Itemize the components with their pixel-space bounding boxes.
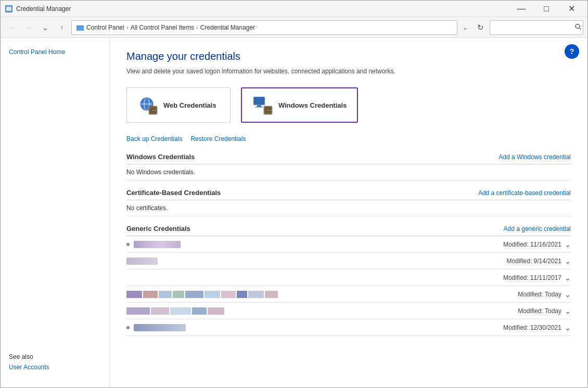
breadcrumb-sep-1: › [126, 24, 129, 31]
sidebar-item-control-panel-home[interactable]: Control Panel Home [1, 46, 109, 58]
maximize-button[interactable]: □ [534, 1, 558, 17]
sidebar: Control Panel Home See also User Account… [1, 38, 110, 387]
generic-credential-modified-5: Modified: Today [518, 307, 561, 315]
minimize-button[interactable]: — [509, 1, 533, 17]
address-dropdown-button[interactable]: ⌄ [459, 20, 471, 35]
svg-rect-1 [6, 7, 11, 11]
breadcrumb-item-3: Credential Manager [200, 24, 255, 31]
up-button[interactable]: ↑ [55, 20, 69, 35]
generic-credential-row-3[interactable]: Modified: 11/11/2017 ⌄ [126, 269, 571, 286]
generic-credential-row-3-right: Modified: 11/11/2017 ⌄ [503, 274, 571, 282]
svg-rect-4 [76, 25, 80, 27]
generic-credentials-section: Generic Credentials Add a generic creden… [126, 225, 571, 336]
chevron-down-icon-4[interactable]: ⌄ [565, 290, 571, 299]
forward-button[interactable]: → [21, 20, 36, 35]
svg-point-14 [152, 110, 154, 111]
svg-point-23 [267, 110, 269, 111]
address-bar: ← → ⌄ ↑ Control Panel › All Control Pane… [1, 17, 587, 38]
svg-line-6 [580, 28, 581, 30]
generic-credential-row-1-left [126, 241, 503, 248]
content-area: ? Manage your credentials View and delet… [110, 38, 587, 387]
generic-credential-row-5-left [126, 307, 518, 315]
recent-locations-button[interactable]: ⌄ [38, 20, 53, 35]
title-bar: Credential Manager — □ ✕ [1, 1, 587, 17]
web-credentials-button[interactable]: Web Credentials [126, 87, 231, 123]
page-subtitle: View and delete your saved logon informa… [126, 68, 571, 75]
generic-credential-row-6-right: Modified: 12/30/2021 ⌄ [503, 324, 571, 332]
generic-credential-row-1[interactable]: Modified: 11/16/2021 ⌄ [126, 236, 571, 253]
svg-point-5 [576, 24, 580, 28]
action-links: Back up Credentials Restore Credentials [126, 135, 571, 143]
certificate-credentials-header: Certificate-Based Credentials Add a cert… [126, 189, 571, 200]
credential-type-row: Web Credentials [126, 87, 571, 123]
generic-credential-modified-1: Modified: 11/16/2021 [503, 241, 561, 248]
restore-credentials-link[interactable]: Restore Credentials [190, 135, 246, 143]
backup-credentials-link[interactable]: Back up Credentials [126, 135, 182, 143]
generic-credential-row-4[interactable]: Modified: Today ⌄ [126, 286, 571, 303]
windows-credentials-section: Windows Credentials Add a Windows creden… [126, 153, 571, 180]
search-input[interactable] [490, 20, 583, 35]
generic-credential-modified-3: Modified: 11/11/2017 [503, 274, 561, 281]
generic-credential-row-2[interactable]: Modified: 9/14/2021 ⌄ [126, 253, 571, 269]
generic-credential-modified-6: Modified: 12/30/2021 [503, 324, 561, 331]
generic-credential-row-4-right: Modified: Today ⌄ [518, 290, 571, 299]
breadcrumb-sep-2: › [196, 24, 198, 31]
breadcrumb: Control Panel › All Control Panel Items … [86, 24, 453, 31]
windows-credentials-header: Windows Credentials Add a Windows creden… [126, 153, 571, 164]
sidebar-bottom: See also User Accounts [1, 353, 109, 379]
certificate-credentials-empty: No certificates. [126, 200, 571, 216]
generic-credential-row-6[interactable]: Modified: 12/30/2021 ⌄ [126, 319, 571, 336]
breadcrumb-item-2: All Control Panel Items [131, 24, 194, 31]
close-button[interactable]: ✕ [559, 1, 583, 17]
title-bar-text: Credential Manager [16, 5, 509, 12]
chevron-down-icon-3[interactable]: ⌄ [565, 274, 571, 282]
generic-credential-row-4-left [126, 291, 518, 298]
generic-credential-row-2-left [126, 257, 507, 265]
svg-rect-15 [155, 110, 156, 111]
search-icon [575, 23, 581, 30]
main-layout: Control Panel Home See also User Account… [1, 38, 587, 387]
chevron-down-icon-1[interactable]: ⌄ [565, 240, 571, 249]
folder-icon [76, 23, 84, 32]
generic-credentials-header: Generic Credentials Add a generic creden… [126, 225, 571, 236]
generic-credential-row-1-right: Modified: 11/16/2021 ⌄ [503, 240, 571, 249]
generic-credential-name-2 [126, 257, 158, 265]
window-icon [5, 5, 13, 13]
sidebar-item-user-accounts[interactable]: User Accounts [9, 364, 101, 371]
add-certificate-credential-link[interactable]: Add a certificate-based credential [478, 189, 571, 197]
breadcrumb-item-1: Control Panel [86, 24, 124, 31]
svg-rect-18 [257, 105, 261, 107]
window-controls: — □ ✕ [509, 1, 583, 17]
certificate-credentials-title: Certificate-Based Credentials [126, 189, 221, 197]
add-windows-credential-link[interactable]: Add a Windows credential [498, 153, 571, 161]
back-button[interactable]: ← [5, 20, 19, 35]
see-also-label: See also [9, 353, 101, 360]
chevron-down-icon-6[interactable]: ⌄ [565, 324, 571, 332]
web-credentials-label: Web Credentials [163, 101, 216, 109]
web-credentials-icon [137, 95, 158, 115]
address-field[interactable]: Control Panel › All Control Panel Items … [71, 20, 457, 35]
svg-rect-17 [254, 97, 264, 104]
generic-credential-row-2-right: Modified: 9/14/2021 ⌄ [507, 257, 571, 265]
help-button[interactable]: ? [565, 44, 579, 59]
generic-credential-name-6 [134, 324, 186, 331]
refresh-button[interactable]: ↻ [473, 20, 488, 35]
svg-rect-19 [255, 107, 263, 108]
windows-credentials-empty: No Windows credentials. [126, 164, 571, 180]
search-button[interactable] [575, 23, 581, 31]
generic-credential-colors-4 [126, 291, 278, 298]
generic-credential-row-5[interactable]: Modified: Today ⌄ [126, 303, 571, 319]
generic-credential-row-5-right: Modified: Today ⌄ [518, 307, 571, 315]
generic-credentials-title: Generic Credentials [126, 225, 190, 232]
generic-credential-colors-5 [126, 307, 224, 315]
generic-credential-modified-4: Modified: Today [518, 291, 561, 298]
page-title: Manage your credentials [126, 50, 571, 62]
windows-credentials-button[interactable]: Windows Credentials [241, 87, 358, 123]
sidebar-top: Control Panel Home [1, 46, 109, 58]
generic-credential-dot-6 [126, 326, 130, 329]
chevron-down-icon-5[interactable]: ⌄ [565, 307, 571, 315]
add-generic-credential-link[interactable]: Add a generic credential [504, 225, 571, 232]
generic-credential-row-6-left [126, 324, 503, 331]
windows-credentials-icon [252, 95, 273, 115]
chevron-down-icon-2[interactable]: ⌄ [565, 257, 571, 265]
